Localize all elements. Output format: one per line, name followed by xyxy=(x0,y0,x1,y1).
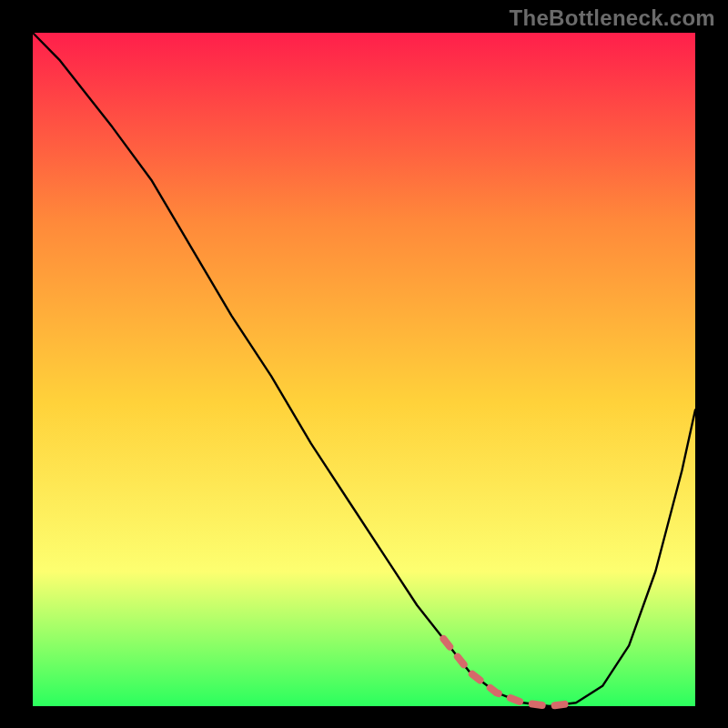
chart-stage: TheBottleneck.com xyxy=(0,0,728,728)
bottleneck-chart xyxy=(0,0,728,728)
plot-area xyxy=(33,33,695,706)
watermark-text: TheBottleneck.com xyxy=(510,5,715,31)
